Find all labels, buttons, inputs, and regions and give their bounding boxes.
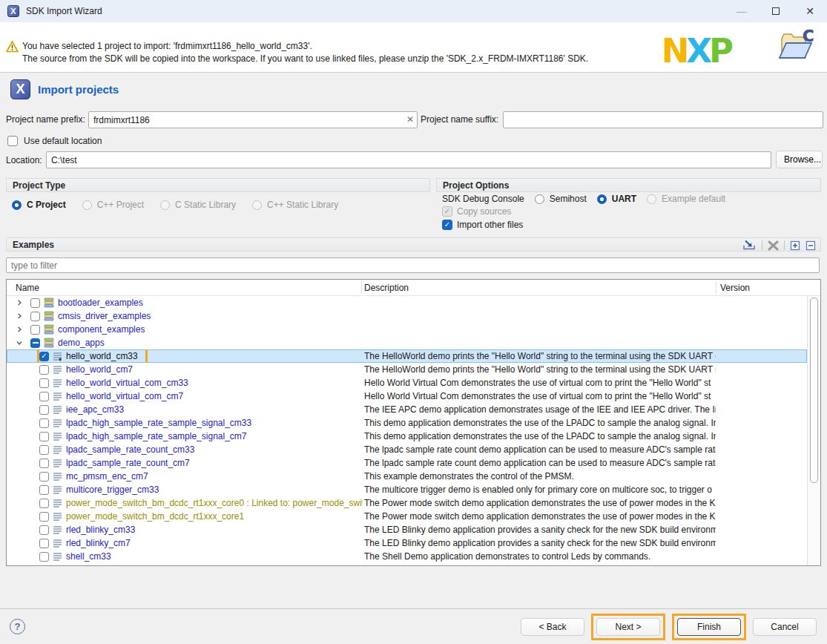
tree-item-label[interactable]: cmsis_driver_examples bbox=[58, 311, 151, 321]
checkbox[interactable] bbox=[39, 432, 49, 441]
tree-item-label[interactable]: hello_world_cm33 bbox=[66, 351, 138, 361]
checkbox[interactable] bbox=[30, 298, 40, 308]
vertical-scrollbar[interactable] bbox=[807, 296, 820, 565]
radio-c-project[interactable]: C Project bbox=[12, 200, 66, 210]
checkbox[interactable]: ✓ bbox=[39, 352, 49, 361]
table-row-lpadc-high-sample-rate-sample-signal-cm7[interactable]: lpadc_high_sample_rate_sample_signal_cm7… bbox=[7, 430, 807, 443]
expand-arrow-icon[interactable] bbox=[16, 312, 26, 320]
radio-semihost[interactable]: Semihost bbox=[535, 194, 587, 204]
checkbox[interactable] bbox=[30, 325, 40, 335]
filter-input[interactable] bbox=[6, 257, 820, 273]
back-button[interactable]: < Back bbox=[521, 618, 584, 636]
tree-item-label[interactable]: lpadc_sample_rate_count_cm33 bbox=[66, 444, 194, 455]
close-button[interactable]: ✕ bbox=[793, 0, 827, 22]
tree-item-label[interactable]: hello_world_virtual_com_cm33 bbox=[66, 378, 188, 388]
table-row-lpadc-high-sample-rate-sample-signal-cm3[interactable]: lpadc_high_sample_rate_sample_signal_cm3… bbox=[7, 416, 807, 430]
help-button[interactable]: ? bbox=[10, 619, 25, 634]
checkbox[interactable] bbox=[39, 512, 49, 522]
radio-uart[interactable]: UART bbox=[597, 194, 636, 204]
checkbox[interactable] bbox=[39, 405, 49, 415]
checkbox[interactable] bbox=[30, 312, 40, 321]
table-row-hello-world-cm33[interactable]: ✓hello_world_cm33The HelloWorld demo pri… bbox=[7, 349, 807, 363]
maximize-button[interactable] bbox=[759, 0, 793, 22]
collapse-all-icon[interactable] bbox=[805, 240, 816, 251]
tree-item-label[interactable]: lpadc_high_sample_rate_sample_signal_cm3… bbox=[66, 418, 251, 428]
use-default-location-checkbox[interactable] bbox=[7, 136, 18, 146]
finish-button[interactable]: Finish bbox=[677, 618, 741, 636]
table-row-hello-world-virtual-com-cm33[interactable]: hello_world_virtual_com_cm33Hello World … bbox=[7, 376, 807, 390]
table-row-hello-world-virtual-com-cm7[interactable]: hello_world_virtual_com_cm7Hello World V… bbox=[7, 390, 807, 403]
radio-icon[interactable] bbox=[12, 200, 22, 210]
tree-item-label[interactable]: hello_world_virtual_com_cm7 bbox=[66, 391, 183, 401]
location-input[interactable] bbox=[46, 151, 771, 168]
description-cell bbox=[363, 309, 716, 323]
tree-item-label[interactable]: shell_cm33 bbox=[66, 551, 111, 562]
tree-item-label[interactable]: hello_world_cm7 bbox=[66, 364, 133, 375]
column-name[interactable]: Name bbox=[16, 280, 39, 296]
checkbox[interactable] bbox=[39, 485, 49, 495]
checkbox-import-other-files[interactable]: ✓Import other files bbox=[442, 219, 523, 231]
tree-item-label[interactable]: power_mode_switch_bm_dcdc_rt1xxx_core0 :… bbox=[66, 498, 363, 508]
table-row-lpadc-sample-rate-count-cm7[interactable]: lpadc_sample_rate_count_cm7The lpadc sam… bbox=[7, 456, 807, 470]
project-name-suffix-input[interactable] bbox=[503, 111, 823, 128]
scrollbar-thumb[interactable] bbox=[810, 298, 818, 483]
checkbox[interactable] bbox=[39, 378, 49, 388]
table-row-mc-pmsm-enc-cm7[interactable]: mc_pmsm_enc_cm7This example demonstrates… bbox=[7, 470, 807, 483]
clear-prefix-icon[interactable]: ✕ bbox=[406, 114, 414, 125]
tree-item-label[interactable]: lpadc_sample_rate_count_cm7 bbox=[66, 458, 190, 468]
column-description[interactable]: Description bbox=[364, 280, 409, 296]
table-row-iee-apc-cm33[interactable]: iee_apc_cm33The IEE APC demo application… bbox=[7, 403, 807, 416]
example-icon bbox=[53, 499, 62, 508]
checkbox[interactable] bbox=[39, 552, 49, 562]
browse-button[interactable]: Browse... bbox=[776, 151, 823, 168]
next-button[interactable]: Next > bbox=[596, 618, 660, 636]
checkbox[interactable] bbox=[39, 418, 49, 428]
checkbox[interactable] bbox=[39, 525, 49, 535]
table-row-multicore-trigger-cm33[interactable]: multicore_trigger_cm33The multicore trig… bbox=[7, 483, 807, 496]
column-version[interactable]: Version bbox=[720, 280, 750, 296]
tree-item-label[interactable]: bootloader_examples bbox=[58, 298, 143, 308]
tree-item-label[interactable]: iee_apc_cm33 bbox=[66, 404, 124, 415]
minimize-button[interactable]: — bbox=[725, 0, 759, 22]
table-row-bootloader-examples[interactable]: bootloader_examples bbox=[7, 296, 807, 309]
table-row[interactable] bbox=[7, 563, 807, 565]
table-row-shell-cm33[interactable]: shell_cm33The Shell Demo application dem… bbox=[7, 550, 807, 563]
checkbox[interactable]: ✓ bbox=[442, 206, 452, 217]
tree-item-label[interactable]: multicore_trigger_cm33 bbox=[66, 484, 159, 495]
tree-item-label[interactable]: rled_blinky_cm7 bbox=[66, 538, 131, 548]
checkbox[interactable] bbox=[39, 392, 49, 401]
expand-arrow-icon[interactable] bbox=[16, 299, 26, 306]
checkbox[interactable] bbox=[30, 338, 40, 348]
table-row-component-examples[interactable]: component_examples bbox=[7, 323, 807, 336]
tree-item-label[interactable]: mc_pmsm_enc_cm7 bbox=[66, 471, 148, 482]
table-row-lpadc-sample-rate-count-cm33[interactable]: lpadc_sample_rate_count_cm33The lpadc sa… bbox=[7, 443, 807, 456]
checkbox[interactable] bbox=[39, 445, 49, 455]
radio-icon[interactable] bbox=[535, 194, 544, 204]
expand-arrow-icon[interactable] bbox=[16, 326, 26, 333]
checkbox[interactable] bbox=[39, 365, 49, 375]
checkbox[interactable] bbox=[39, 499, 49, 508]
table-row-power-mode-switch-bm-dcdc-rt1xxx-core1[interactable]: power_mode_switch_bm_dcdc_rt1xxx_core1Th… bbox=[7, 510, 807, 523]
collapse-arrow-icon[interactable] bbox=[16, 339, 26, 346]
table-row-cmsis-driver-examples[interactable]: cmsis_driver_examples bbox=[7, 309, 807, 323]
checkbox[interactable] bbox=[39, 472, 49, 482]
tree-item-label[interactable]: power_mode_switch_bm_dcdc_rt1xxx_core1 bbox=[66, 511, 244, 522]
tree-item-label[interactable]: demo_apps bbox=[58, 338, 105, 348]
tree-item-label[interactable]: component_examples bbox=[58, 324, 145, 335]
checkbox[interactable] bbox=[39, 539, 49, 548]
table-row-power-mode-switch-bm-dcdc-rt1xxx-core0-l[interactable]: power_mode_switch_bm_dcdc_rt1xxx_core0 :… bbox=[7, 496, 807, 510]
expand-all-icon[interactable] bbox=[790, 240, 800, 251]
checkbox[interactable] bbox=[39, 459, 49, 468]
tree-item-label[interactable]: lpadc_high_sample_rate_sample_signal_cm7 bbox=[66, 431, 247, 441]
table-row-hello-world-cm7[interactable]: hello_world_cm7The HelloWorld demo print… bbox=[7, 363, 807, 376]
checkbox[interactable]: ✓ bbox=[442, 220, 452, 230]
table-row-rled-blinky-cm33[interactable]: rled_blinky_cm33The LED Blinky demo appl… bbox=[7, 523, 807, 536]
radio-icon[interactable] bbox=[597, 194, 607, 204]
table-row-demo-apps[interactable]: demo_apps bbox=[7, 336, 807, 349]
import-selection-icon[interactable] bbox=[742, 240, 757, 251]
table-row-rled-blinky-cm7[interactable]: rled_blinky_cm7The LED Blinky demo appli… bbox=[7, 536, 807, 550]
project-name-prefix-input[interactable] bbox=[88, 111, 418, 128]
cancel-button[interactable]: Cancel bbox=[753, 618, 817, 636]
checkbox[interactable] bbox=[39, 565, 49, 566]
tree-item-label[interactable]: rled_blinky_cm33 bbox=[66, 525, 135, 535]
